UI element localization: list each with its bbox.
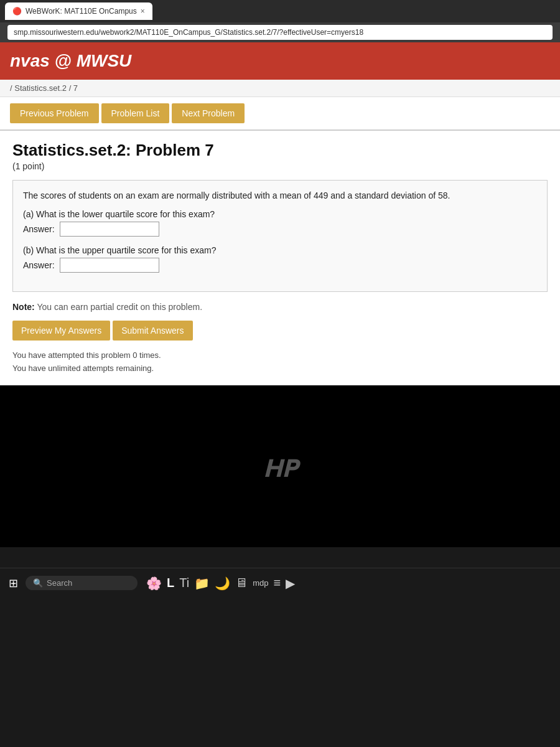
answer-a-input[interactable]	[60, 222, 159, 237]
breadcrumb: / Statistics.set.2 / 7	[0, 80, 560, 97]
nav-buttons-bar: Previous Problem Problem List Next Probl…	[0, 97, 560, 131]
problem-box: The scores of students on an exam are no…	[12, 180, 548, 292]
start-button[interactable]: ⊞	[5, 574, 22, 593]
bottom-area: ʜᴘ	[0, 385, 560, 547]
taskbar-icon-l[interactable]: L	[167, 576, 174, 590]
problem-points: (1 point)	[12, 161, 548, 171]
answer-a-line: Answer:	[23, 222, 537, 237]
answer-b-input[interactable]	[60, 258, 159, 273]
address-input[interactable]	[7, 25, 553, 40]
taskbar-icon-teams[interactable]: Ti	[179, 576, 189, 590]
answer-b-line: Answer:	[23, 258, 537, 273]
question-b-block: (b) What is the upper quartile score for…	[23, 245, 537, 273]
browser-tab[interactable]: 🔴 WeBWorK: MAT110E OnCampus ×	[5, 2, 152, 20]
address-bar	[0, 22, 560, 42]
taskbar: ⊞ 🔍 Search 🌸 L Ti 📁 🌙 🖥 mdp ≡ ▶	[0, 568, 560, 598]
next-problem-button[interactable]: Next Problem	[172, 103, 245, 123]
tab-favicon: 🔴	[12, 7, 22, 16]
attempt-line1: You have attempted this problem 0 times.	[12, 349, 548, 362]
preview-answers-button[interactable]: Preview My Answers	[12, 321, 110, 341]
problem-title: Statistics.set.2: Problem 7	[12, 141, 548, 160]
problem-description: The scores of students on an exam are no…	[23, 190, 537, 200]
tab-title: WeBWorK: MAT110E OnCampus	[26, 7, 137, 16]
note-rest: You can earn partial credit on this prob…	[35, 302, 202, 312]
canvas-header: nvas @ MWSU	[0, 42, 560, 80]
main-content: Statistics.set.2: Problem 7 (1 point) Th…	[0, 131, 560, 385]
tab-close-button[interactable]: ×	[141, 7, 145, 16]
question-b-text: (b) What is the upper quartile score for…	[23, 245, 537, 255]
previous-problem-button[interactable]: Previous Problem	[10, 103, 99, 123]
note-text: Note: You can earn partial credit on thi…	[12, 302, 548, 312]
question-a-block: (a) What is the lower quartile score for…	[23, 209, 537, 237]
taskbar-icon-mdp[interactable]: mdp	[253, 578, 268, 588]
breadcrumb-text: / Statistics.set.2 / 7	[10, 83, 78, 93]
taskbar-icon-edge[interactable]: 🌙	[215, 576, 230, 591]
answer-a-label: Answer:	[23, 224, 55, 234]
taskbar-icon-arrow[interactable]: ▶	[286, 576, 295, 591]
attempt-info: You have attempted this problem 0 times.…	[12, 349, 548, 375]
canvas-header-title: nvas @ MWSU	[10, 51, 131, 71]
action-buttons: Preview My Answers Submit Answers	[12, 321, 548, 341]
taskbar-icon-monitor[interactable]: 🖥	[235, 576, 248, 590]
answer-b-label: Answer:	[23, 260, 55, 270]
search-label: Search	[47, 578, 72, 588]
submit-answers-button[interactable]: Submit Answers	[113, 321, 192, 341]
hp-logo: ʜᴘ	[263, 449, 297, 484]
note-bold: Note:	[12, 302, 35, 312]
problem-list-button[interactable]: Problem List	[101, 103, 170, 123]
question-a-text: (a) What is the lower quartile score for…	[23, 209, 537, 219]
browser-chrome: 🔴 WeBWorK: MAT110E OnCampus ×	[0, 0, 560, 22]
attempt-line2: You have unlimited attempts remaining.	[12, 362, 548, 375]
taskbar-icon-flower[interactable]: 🌸	[146, 576, 162, 591]
taskbar-icon-menu[interactable]: ≡	[273, 576, 281, 590]
search-icon: 🔍	[33, 578, 43, 588]
taskbar-app-icons: 🌸 L Ti 📁 🌙 🖥 mdp ≡ ▶	[146, 576, 295, 591]
taskbar-search[interactable]: 🔍 Search	[26, 576, 138, 590]
taskbar-icon-folder[interactable]: 📁	[194, 576, 210, 591]
